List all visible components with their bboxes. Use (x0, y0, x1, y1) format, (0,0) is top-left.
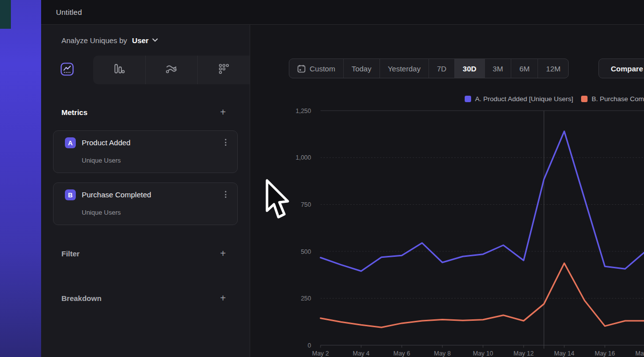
tab-dot-grid[interactable] (197, 56, 250, 84)
line-chart-icon (60, 62, 74, 78)
date-range-toolbar: CustomTodayYesterday7D30D3M6M12M (289, 59, 569, 78)
svg-text:May 8: May 8 (434, 350, 451, 357)
range-button-today[interactable]: Today (344, 59, 380, 78)
range-button-30d[interactable]: 30D (455, 59, 485, 78)
chevron-down-icon[interactable] (152, 38, 158, 42)
svg-text:May 10: May 10 (473, 350, 493, 357)
svg-text:500: 500 (301, 248, 311, 255)
range-label: 12M (546, 64, 560, 73)
add-metric-button[interactable]: + (218, 108, 227, 117)
bar-chart-icon (112, 62, 125, 77)
range-label: 7D (437, 64, 446, 73)
metric-measure: Unique Users (82, 209, 121, 216)
svg-text:May 4: May 4 (353, 350, 370, 357)
tab-bar-chart[interactable] (93, 56, 145, 84)
metric-badge-b: B (65, 189, 76, 200)
svg-text:250: 250 (301, 295, 311, 302)
svg-text:0: 0 (308, 342, 311, 349)
background-gradient-strip (0, 0, 41, 357)
analyze-by-label: Analyze Uniques by (61, 36, 127, 45)
range-label: Custom (310, 64, 335, 73)
range-label: Yesterday (388, 64, 421, 73)
dot-grid-icon (217, 62, 230, 77)
svg-text:1,250: 1,250 (296, 108, 311, 115)
metric-badge-a: A (65, 137, 76, 148)
calendar-icon (297, 64, 306, 73)
range-label: 30D (463, 64, 477, 73)
metric-card-product-added[interactable]: A Product Added Unique Users (53, 130, 238, 173)
filter-heading: Filter (61, 249, 80, 258)
add-filter-button[interactable]: + (218, 249, 227, 258)
analyze-by-dropdown[interactable]: User (132, 36, 149, 45)
range-button-3m[interactable]: 3M (485, 59, 512, 78)
sidebar: Analyze Uniques by User (41, 25, 250, 357)
range-button-7d[interactable]: 7D (429, 59, 455, 78)
window-header: Untitled (41, 0, 644, 25)
svg-text:1,000: 1,000 (296, 154, 311, 161)
stream-icon (164, 62, 178, 77)
compare-button[interactable]: Compare (598, 59, 644, 78)
metric-name: Product Added (82, 138, 130, 147)
metric-name: Purchase Completed (82, 190, 151, 199)
range-button-yesterday[interactable]: Yesterday (380, 59, 429, 78)
range-button-6m[interactable]: 6M (511, 59, 538, 78)
analytics-window: Untitled Analyze Uniques by User (41, 0, 644, 357)
svg-text:May 12: May 12 (514, 350, 534, 357)
kebab-menu-icon[interactable] (221, 139, 229, 148)
svg-text:750: 750 (301, 201, 311, 208)
range-button-custom[interactable]: Custom (289, 59, 344, 78)
add-breakdown-button[interactable]: + (218, 294, 227, 303)
range-label: 3M (493, 64, 503, 73)
page-title: Untitled (56, 8, 82, 16)
range-label: Today (352, 64, 372, 73)
svg-text:May 6: May 6 (393, 350, 410, 357)
metrics-heading: Metrics (61, 108, 88, 117)
breakdown-heading: Breakdown (61, 294, 102, 302)
tab-stream[interactable] (145, 56, 198, 84)
svg-text:May 16: May 16 (595, 350, 615, 357)
chart-panel: CustomTodayYesterday7D30D3M6M12M Compare… (250, 25, 644, 357)
line-chart: 02505007501,0001,250May 2May 4May 6May 8… (250, 89, 644, 357)
range-button-12m[interactable]: 12M (538, 59, 568, 78)
app-root: Untitled Analyze Uniques by User (0, 0, 644, 357)
range-label: 6M (519, 64, 530, 73)
analyze-by-row: Analyze Uniques by User (41, 25, 250, 56)
metric-card-purchase-completed[interactable]: B Purchase Completed Unique Users (53, 182, 238, 225)
chart-type-tabs (41, 56, 250, 84)
chart-type-tabs-inactive (93, 56, 250, 84)
svg-text:May 2: May 2 (312, 350, 329, 357)
background-corner (0, 0, 11, 29)
tab-line-chart[interactable] (41, 56, 93, 84)
kebab-menu-icon[interactable] (221, 191, 229, 200)
metric-measure: Unique Users (82, 157, 121, 164)
svg-text:May 18: May 18 (636, 350, 644, 357)
svg-text:May 14: May 14 (554, 350, 575, 357)
